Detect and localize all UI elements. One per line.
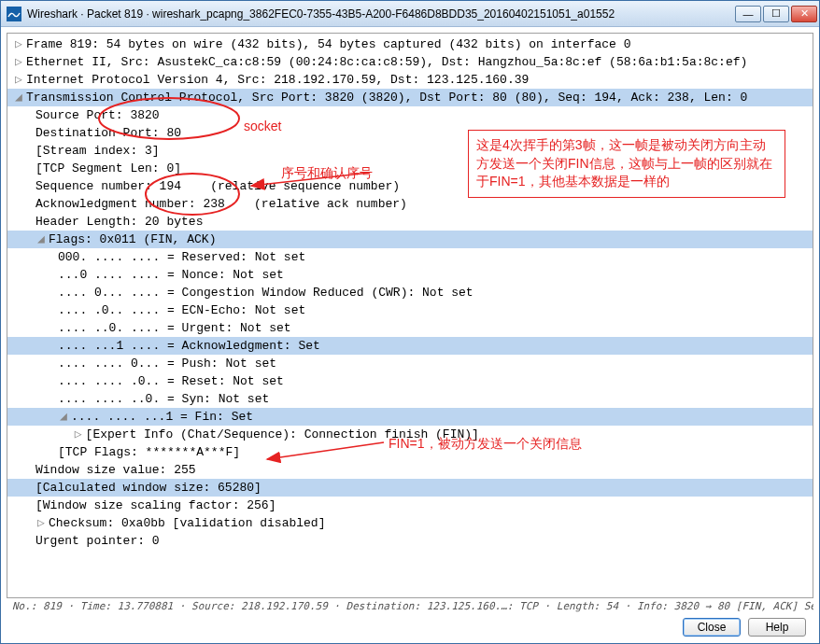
expand-icon[interactable]: ▷	[73, 426, 84, 443]
tree-frame[interactable]: ▷Frame 819: 54 bytes on wire (432 bits),…	[7, 35, 813, 53]
help-button[interactable]: Help	[748, 618, 806, 637]
tree-ack[interactable]: Acknowledgment number: 238 (relative ack…	[7, 195, 813, 213]
tree-flag-psh[interactable]: .... .... 0... = Push: Not set	[7, 355, 813, 372]
expand-icon[interactable]: ▷	[13, 35, 24, 53]
tree-seq[interactable]: Sequence number: 194 (relative sequence …	[7, 177, 813, 195]
tree-win-calc[interactable]: [Calculated window size: 65280]	[7, 479, 813, 497]
window-title: Wireshark · Packet 819 · wireshark_pcapn…	[27, 7, 729, 21]
tree-tcp[interactable]: ◢Transmission Control Protocol, Src Port…	[7, 89, 813, 106]
button-bar: Close Help	[7, 614, 813, 642]
tree-win-scale[interactable]: [Window size scaling factor: 256]	[7, 497, 813, 514]
collapse-icon[interactable]: ◢	[35, 231, 47, 248]
tree-checksum[interactable]: ▷Checksum: 0xa0bb [validation disabled]	[7, 514, 813, 532]
tree-urgent-ptr[interactable]: Urgent pointer: 0	[7, 532, 813, 550]
body-area: ▷Frame 819: 54 bytes on wire (432 bits),…	[1, 27, 819, 643]
tree-win-value[interactable]: Window size value: 255	[7, 461, 813, 479]
tree-flag-cwr[interactable]: .... 0... .... = Congestion Window Reduc…	[7, 284, 813, 301]
close-button[interactable]: Close	[683, 618, 741, 637]
tree-expert-info[interactable]: ▷[Expert Info (Chat/Sequence): Connectio…	[7, 426, 813, 443]
tree-ip[interactable]: ▷Internet Protocol Version 4, Src: 218.1…	[7, 71, 813, 89]
expand-icon[interactable]: ▷	[13, 71, 24, 89]
tree-flag-fin[interactable]: ◢.... .... ...1 = Fin: Set	[7, 408, 813, 426]
expand-icon[interactable]: ▷	[13, 53, 24, 71]
packet-tree[interactable]: ▷Frame 819: 54 bytes on wire (432 bits),…	[7, 33, 813, 598]
tree-flag-rst[interactable]: .... .... .0.. = Reset: Not set	[7, 372, 813, 390]
tree-flag-ecn[interactable]: .... .0.. .... = ECN-Echo: Not set	[7, 301, 813, 319]
tree-dst-port[interactable]: Destination Port: 80	[7, 124, 813, 142]
collapse-icon[interactable]: ◢	[13, 89, 24, 106]
tree-stream-index[interactable]: [Stream index: 3]	[7, 142, 813, 160]
expand-icon[interactable]: ▷	[35, 514, 47, 532]
maximize-button[interactable]: ☐	[763, 6, 789, 22]
tree-flag-reserved[interactable]: 000. .... .... = Reserved: Not set	[7, 248, 813, 266]
status-strip: No.: 819 · Time: 13.770881 · Source: 218…	[7, 598, 813, 614]
tree-flag-nonce[interactable]: ...0 .... .... = Nonce: Not set	[7, 266, 813, 284]
wireshark-icon	[7, 7, 21, 21]
close-window-button[interactable]: ✕	[791, 6, 817, 22]
tree-flag-syn[interactable]: .... .... ..0. = Syn: Not set	[7, 390, 813, 408]
tree-flags[interactable]: ◢Flags: 0x011 (FIN, ACK)	[7, 231, 813, 248]
tree-header-len[interactable]: Header Length: 20 bytes	[7, 213, 813, 231]
titlebar: Wireshark · Packet 819 · wireshark_pcapn…	[1, 1, 819, 27]
window-buttons: — ☐ ✕	[735, 6, 817, 22]
tree-flag-urg[interactable]: .... ..0. .... = Urgent: Not set	[7, 319, 813, 337]
tree-tcp-flags-summary[interactable]: [TCP Flags: *******A***F]	[7, 443, 813, 461]
collapse-icon[interactable]: ◢	[58, 408, 69, 426]
tree-flag-ack[interactable]: .... ...1 .... = Acknowledgment: Set	[7, 337, 813, 355]
tree-src-port[interactable]: Source Port: 3820	[7, 106, 813, 124]
minimize-button[interactable]: —	[735, 6, 761, 22]
tree-seg-len[interactable]: [TCP Segment Len: 0]	[7, 160, 813, 177]
tree-ethernet[interactable]: ▷Ethernet II, Src: AsustekC_ca:c8:59 (00…	[7, 53, 813, 71]
